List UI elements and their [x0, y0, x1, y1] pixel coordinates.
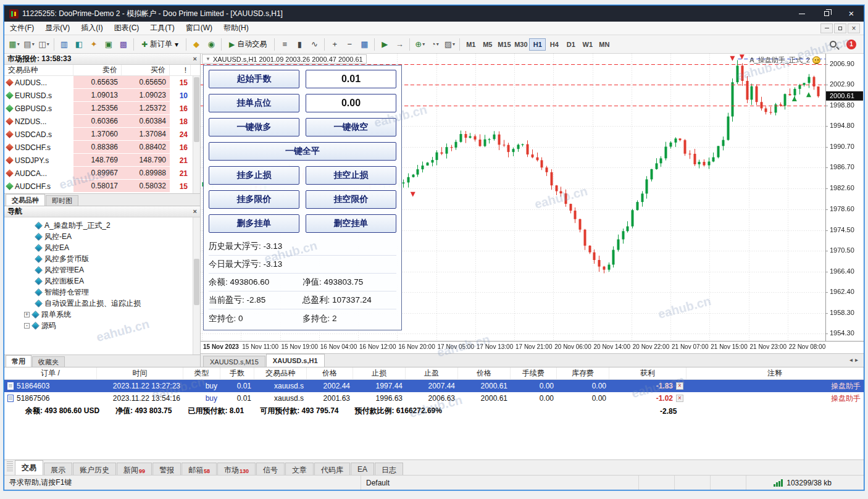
timeframe-m5[interactable]: M5	[479, 38, 496, 51]
mdi-close-button[interactable]	[848, 23, 860, 33]
metaeditor-icon[interactable]: ◆	[189, 37, 204, 51]
window-list-icon[interactable]: ◫▾	[36, 37, 51, 51]
market-watch-row[interactable]: AUDCHF.s0.580170.5803215	[4, 180, 200, 193]
strategy-tester-icon[interactable]: ▩	[116, 37, 131, 51]
chart-shift-icon[interactable]: →	[392, 37, 407, 51]
chart-tab-XAUUSD.s,H1[interactable]: XAUUSD.s,H1	[266, 354, 325, 367]
timeframe-m30[interactable]: M30	[512, 38, 529, 51]
navigator-item[interactable]: 风控多货币版	[4, 253, 200, 264]
ea-smiley-icon[interactable]	[812, 56, 820, 64]
market-watch-row[interactable]: EURUSD.s1.090131.0902310	[4, 89, 200, 102]
column-header-3[interactable]: !	[170, 65, 191, 75]
terminal-icon[interactable]: ▣	[101, 37, 116, 51]
timeframe-mn[interactable]: MN	[596, 38, 612, 51]
chart-tab-XAUUSD.s,M15[interactable]: XAUUSD.s,M15	[203, 356, 265, 367]
status-profile[interactable]: Default	[361, 476, 639, 490]
terminal-tab-新闻[interactable]: 新闻99	[117, 463, 152, 475]
auto-trading-button[interactable]: ▶自动交易	[224, 37, 272, 51]
terminal-tab-警报[interactable]: 警报	[152, 463, 181, 475]
close-all-button[interactable]: 一键全平	[209, 142, 396, 161]
navigator-item[interactable]: +跟单系统	[4, 309, 200, 320]
navigator-item[interactable]: 自动设置止盈止损、追踪止损	[4, 298, 200, 309]
periods-icon[interactable]: ◔▾	[427, 37, 442, 51]
timeframe-m15[interactable]: M15	[496, 38, 512, 51]
buy-limit-button[interactable]: 挂多限价	[209, 190, 299, 209]
minimize-button[interactable]	[790, 6, 814, 22]
close-order-icon[interactable]: ×	[676, 382, 683, 390]
column-header-0[interactable]: 交易品种	[4, 65, 73, 75]
collapse-minus-icon[interactable]: -	[24, 323, 30, 329]
bar-chart-icon[interactable]: ≡	[277, 37, 292, 51]
data-window-icon[interactable]: ◧	[72, 37, 86, 51]
mdi-restore-button[interactable]	[834, 23, 846, 33]
templates-icon[interactable]: ▨▾	[442, 37, 457, 51]
navigator-item[interactable]: -源码	[4, 320, 200, 331]
timeframe-d1[interactable]: D1	[562, 38, 579, 51]
navigator-tab-常用[interactable]: 常用	[6, 355, 31, 367]
one-click-buy-button[interactable]: 一键做多	[209, 118, 299, 136]
terminal-tab-展示[interactable]: 展示	[44, 463, 72, 475]
terminal-column-header-0[interactable]: 订单 /	[4, 367, 97, 379]
zoom-in-icon[interactable]: +	[327, 37, 342, 51]
terminal-tab-市场[interactable]: 市场130	[217, 463, 256, 475]
market-watch-row[interactable]: USDCHF.s0.883860.8840216	[4, 141, 200, 154]
pending-points-button[interactable]: 挂单点位	[209, 94, 299, 112]
profiles-icon[interactable]: ▤▾	[22, 37, 36, 51]
close-order-icon[interactable]: ×	[676, 395, 683, 402]
sell-limit-button[interactable]: 挂空限价	[306, 190, 396, 209]
terminal-column-header-9[interactable]: 手续费	[511, 367, 557, 379]
terminal-tab-文章[interactable]: 文章	[285, 463, 314, 475]
market-watch-row[interactable]: USDJPY.s148.769148.79021	[4, 154, 200, 167]
notification-badge[interactable]: 1	[846, 40, 856, 49]
menu-help[interactable]: 帮助(H)	[218, 22, 254, 35]
timeframe-w1[interactable]: W1	[579, 38, 596, 51]
zoom-out-icon[interactable]: −	[342, 37, 357, 51]
dock-grip[interactable]	[7, 461, 13, 472]
terminal-column-header-8[interactable]: 价格	[458, 367, 511, 379]
column-header-2[interactable]: 买价	[122, 65, 170, 75]
timeframe-h4[interactable]: H4	[546, 38, 562, 51]
terminal-column-header-6[interactable]: 止损	[353, 367, 406, 379]
menu-view[interactable]: 显示(V)	[40, 22, 75, 35]
mdi-minimize-button[interactable]	[820, 23, 833, 33]
terminal-column-header-3[interactable]: 手数	[220, 367, 254, 379]
sell-stop-button[interactable]: 挂空止损	[306, 166, 396, 185]
market-watch-close-icon[interactable]	[193, 56, 197, 62]
terminal-tab-交易[interactable]: 交易	[15, 460, 43, 475]
menu-window[interactable]: 窗口(W)	[180, 22, 218, 35]
terminal-tab-EA[interactable]: EA	[351, 463, 374, 475]
market-watch-tab-即时图[interactable]: 即时图	[46, 195, 78, 206]
terminal-column-header-2[interactable]: 类型	[183, 367, 220, 379]
terminal-tab-日志[interactable]: 日志	[375, 463, 403, 475]
order-row[interactable]: 518646032023.11.22 13:27:23buy0.01xauusd…	[4, 380, 864, 392]
market-watch-row[interactable]: AUDCA...0.899670.8998821	[4, 167, 200, 180]
new-chart-icon[interactable]: ▦▾	[7, 37, 22, 51]
timeframe-m1[interactable]: M1	[462, 38, 479, 51]
market-watch-scrollbar[interactable]	[193, 76, 200, 193]
column-header-1[interactable]: 卖价	[73, 65, 122, 75]
menu-tools[interactable]: 工具(T)	[144, 22, 180, 35]
chart-dropdown-icon[interactable]: ▼	[206, 56, 211, 62]
delete-sell-orders-button[interactable]: 删空挂单	[306, 214, 396, 233]
start-lots-button[interactable]: 起始手数	[209, 70, 299, 88]
expand-plus-icon[interactable]: +	[24, 312, 30, 317]
navigator-item[interactable]: 风控-EA	[4, 231, 200, 242]
market-watch-row[interactable]: NZDUS...0.603660.6038418	[4, 115, 200, 128]
scrollbar-thumb[interactable]	[194, 259, 199, 305]
terminal-tab-邮箱[interactable]: 邮箱58	[182, 463, 217, 475]
terminal-column-header-10[interactable]: 库存费	[557, 367, 609, 379]
navigator-item[interactable]: A_操盘助手_正式_2	[4, 220, 200, 231]
navigator-item[interactable]: 智能持仓管理	[4, 287, 200, 298]
navigator-close-icon[interactable]	[193, 208, 197, 215]
terminal-tab-信号[interactable]: 信号	[256, 463, 285, 475]
navigator-scrollbar[interactable]	[193, 217, 200, 354]
close-button[interactable]	[839, 6, 864, 22]
new-order-button[interactable]: ✚新订单▾	[136, 37, 183, 51]
tab-scroll-arrows[interactable]: ◂▸	[849, 356, 861, 363]
buy-stop-button[interactable]: 挂多止损	[209, 166, 299, 185]
menu-insert[interactable]: 插入(I)	[75, 22, 108, 35]
navigator-icon[interactable]: ✦	[86, 37, 101, 51]
tile-windows-icon[interactable]: ▦	[357, 37, 372, 51]
terminal-column-header-12[interactable]: 注释	[686, 367, 864, 379]
community-icon[interactable]: ◉	[204, 37, 219, 51]
